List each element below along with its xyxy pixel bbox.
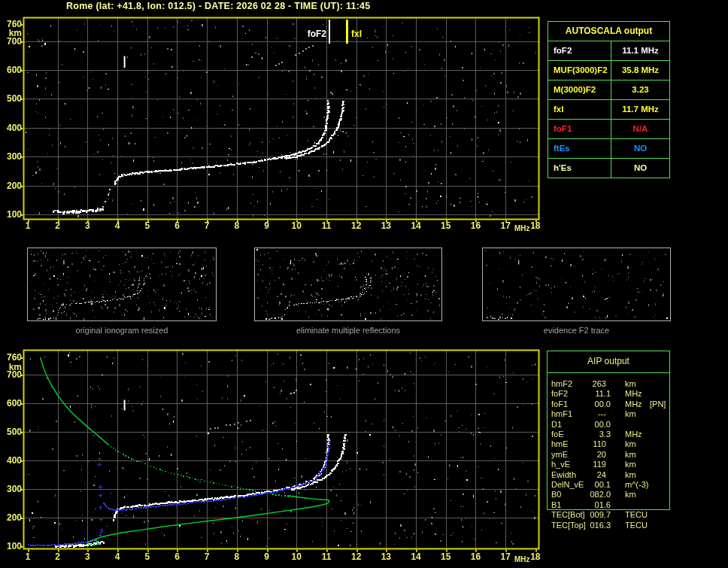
y-tick-label: 400: [1, 456, 22, 465]
x-tick-label: 8: [229, 552, 244, 562]
aip-row: B0082.0km: [547, 490, 675, 499]
x-tick-label: 11: [319, 552, 334, 562]
aip-parameter-value: 11.1: [572, 389, 611, 398]
x-axis-unit-mhz: MHz: [514, 555, 530, 563]
thumbnail-caption-cleaned: eliminate multiple reflections: [254, 326, 442, 335]
aip-row: D100.0: [547, 420, 675, 429]
x-tick-label: 5: [140, 552, 155, 562]
aip-parameter-unit: km: [625, 439, 636, 448]
aip-parameter-name: foF2: [551, 389, 568, 398]
x-tick-label: 7: [199, 221, 214, 231]
autoscala-output-table: AUTOSCALA output foF211.1 MHzMUF(3000)F2…: [548, 21, 670, 178]
aip-parameter-unit: TECU: [625, 521, 648, 530]
autoscala-row: foF1N/A: [548, 119, 669, 138]
aip-row: TEC[Top]016.3TECU: [547, 521, 675, 530]
x-tick-label: 3: [80, 221, 95, 231]
x-tick-label: 18: [528, 221, 543, 231]
x-tick-label: 2: [50, 221, 65, 231]
aip-parameter-unit: km: [625, 490, 636, 499]
aip-parameter-value: 263: [572, 379, 611, 388]
y-tick-label: 600: [1, 65, 22, 74]
x-tick-label: 14: [408, 552, 423, 562]
aip-parameter-unit: MHz: [625, 389, 642, 398]
aip-parameter-value: 00.1: [572, 480, 611, 489]
autoscala-parameter-name: ftEs: [548, 139, 611, 158]
x-tick-label: 7: [199, 552, 214, 562]
y-tick-label: 500: [1, 94, 22, 103]
y-axis-unit-km: km: [1, 28, 22, 38]
x-tick-label: 17: [498, 552, 513, 562]
x-tick-label: 17: [498, 221, 513, 231]
autoscala-table-header: AUTOSCALA output: [548, 22, 669, 41]
y-tick-label: 760: [1, 20, 22, 29]
aip-parameter-value: 009.7: [572, 510, 611, 519]
autoscala-row: fxI11.7 MHz: [548, 99, 669, 119]
x-tick-label: 6: [169, 221, 184, 231]
aip-row: hmE110 km: [547, 439, 675, 448]
aip-row: foF211.1MHz: [547, 389, 675, 398]
y-tick-label: 100: [1, 542, 22, 551]
aip-row: Ewidth24 km: [547, 470, 675, 479]
x-tick-label: 4: [110, 221, 125, 231]
aip-row: foE3.3MHz: [547, 430, 675, 439]
thumbnail-caption-f2trace: evidence F2 trace: [482, 326, 671, 335]
x-tick-label: 8: [229, 221, 244, 231]
aip-parameter-unit: TECU: [625, 510, 648, 519]
autoscala-parameter-name: h'Es: [548, 159, 611, 178]
x-tick-label: 13: [378, 552, 393, 562]
aip-parameter-name: hmF1: [551, 409, 572, 418]
x-tick-label: 6: [169, 552, 184, 562]
x-tick-label: 9: [259, 221, 275, 231]
x-tick-label: 15: [438, 221, 453, 231]
aip-parameter-unit: km: [625, 470, 636, 479]
station-title: Rome (lat: +41.8, lon: 012.5) - DATE: 20…: [66, 1, 370, 11]
aip-parameter-name: D1: [551, 420, 562, 429]
aip-row: h_vE119 km: [547, 460, 675, 469]
aip-parameter-unit: km: [625, 409, 636, 418]
y-tick-label: 200: [1, 513, 22, 522]
autoscala-parameter-value: 3.23: [611, 80, 669, 99]
aip-parameter-value: 01.6: [572, 500, 611, 509]
autoscala-parameter-value: 11.7 MHz: [611, 100, 669, 119]
x-tick-label: 16: [468, 552, 483, 562]
aip-parameter-unit: km: [625, 460, 636, 469]
y-tick-label: 400: [1, 123, 22, 132]
x-tick-label: 11: [319, 221, 334, 231]
x-tick-label: 12: [349, 221, 364, 231]
aip-parameter-unit: MHz: [625, 430, 642, 439]
aip-row: DelN_vE00.1m^(-3): [547, 480, 675, 489]
autoscala-parameter-value: NO: [611, 159, 669, 178]
aip-parameter-value: 3.3: [572, 430, 611, 439]
y-tick-label: 760: [1, 353, 22, 362]
autoscala-parameter-name: MUF(3000)F2: [548, 61, 611, 80]
aip-parameter-value: 00.0: [572, 420, 611, 429]
x-tick-label: 1: [20, 221, 35, 231]
x-tick-label: 15: [438, 552, 453, 562]
aip-parameter-value: 016.3: [572, 521, 611, 530]
aip-parameter-name: hmF2: [551, 379, 572, 388]
autoscala-table-rows: foF211.1 MHzMUF(3000)F235.8 MHzM(3000)F2…: [548, 41, 669, 178]
aip-row: B101.6: [547, 500, 675, 509]
x-tick-label: 1: [20, 552, 35, 562]
aip-row: TEC[Bot]009.7TECU: [547, 510, 675, 519]
autoscala-row: M(3000)F23.23: [548, 80, 669, 99]
aip-parameter-note: [PN]: [650, 399, 666, 409]
aip-parameter-name: ymE: [551, 450, 568, 459]
autoscala-parameter-name: foF2: [548, 41, 611, 60]
aip-parameter-value: 24: [572, 470, 611, 479]
autoscala-parameter-name: M(3000)F2: [548, 80, 611, 99]
aip-parameter-name: B1: [551, 500, 561, 509]
x-tick-label: 10: [289, 552, 304, 562]
autoscala-parameter-name: fxI: [548, 100, 611, 119]
aip-parameter-unit: MHz: [625, 399, 642, 409]
aip-row: ymE20 km: [547, 450, 675, 459]
y-tick-label: 500: [1, 427, 22, 436]
aip-parameter-value: ---: [572, 409, 611, 418]
aip-parameter-name: foF1: [551, 399, 568, 409]
aip-parameter-unit: km: [625, 450, 636, 459]
aip-parameter-unit: km: [625, 379, 636, 388]
fxi-marker-label: fxI: [351, 29, 362, 38]
autoscala-parameter-value: NO: [611, 139, 669, 158]
aip-parameter-name: hmE: [551, 439, 569, 448]
autoscala-row: foF211.1 MHz: [548, 41, 669, 60]
